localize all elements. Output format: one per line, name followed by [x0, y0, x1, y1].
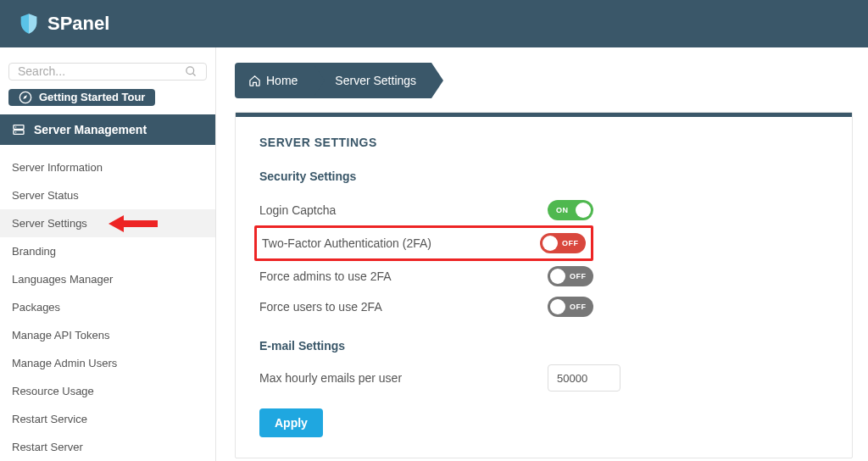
- setting-label: Force admins to use 2FA: [259, 269, 548, 283]
- nav-label: Packages: [12, 301, 60, 314]
- highlight-annotation: Two-Factor Authentication (2FA) OFF: [254, 225, 593, 261]
- sidebar-item-restart-service[interactable]: Restart Service: [0, 405, 215, 433]
- setting-login-captcha: Login Captcha ON: [259, 195, 828, 225]
- nav-label: Manage API Tokens: [12, 329, 109, 342]
- nav-label: Restart Server: [12, 441, 83, 453]
- logo: SPanel: [17, 12, 109, 36]
- toggle-force-user-2fa[interactable]: OFF: [548, 297, 593, 317]
- red-arrow-annotation-icon: [107, 214, 158, 233]
- search-icon: [185, 65, 198, 78]
- nav-label: Resource Usage: [12, 385, 94, 397]
- sidebar-item-resource-usage[interactable]: Resource Usage: [0, 377, 215, 405]
- nav-label: Server Information: [12, 161, 103, 174]
- svg-point-6: [15, 131, 16, 132]
- toggle-knob: [576, 203, 591, 218]
- section-label: Server Management: [34, 123, 147, 136]
- setting-label: Force users to use 2FA: [259, 300, 548, 314]
- nav-label: Server Status: [12, 189, 79, 202]
- breadcrumb: Home Server Settings: [235, 63, 853, 98]
- email-settings-header: E-mail Settings: [259, 339, 828, 353]
- tour-label: Getting Started Tour: [39, 91, 145, 103]
- breadcrumb-current[interactable]: Server Settings: [313, 63, 431, 98]
- svg-line-1: [192, 73, 195, 75]
- setting-max-hourly-emails: Max hourly emails per user: [259, 364, 828, 392]
- toggle-login-captcha[interactable]: ON: [548, 200, 593, 220]
- crumb-label: Home: [266, 74, 298, 87]
- toggle-state: OFF: [562, 239, 579, 247]
- sidebar-item-languages-manager[interactable]: Languages Manager: [0, 265, 215, 293]
- sidebar-item-manage-admin-users[interactable]: Manage Admin Users: [0, 349, 215, 377]
- toggle-state: OFF: [570, 303, 587, 311]
- brand-name: SPanel: [47, 13, 109, 35]
- shield-logo-icon: [17, 12, 41, 36]
- setting-force-admin-2fa: Force admins to use 2FA OFF: [259, 261, 828, 292]
- svg-point-0: [186, 67, 194, 75]
- home-icon: [248, 75, 261, 87]
- sidebar-section-header[interactable]: Server Management: [0, 114, 215, 145]
- sidebar-item-server-status[interactable]: Server Status: [0, 181, 215, 209]
- crumb-label: Server Settings: [335, 74, 416, 87]
- setting-label: Max hourly emails per user: [259, 371, 548, 385]
- nav-label: Manage Admin Users: [12, 357, 117, 369]
- main-content: Home Server Settings SERVER SETTINGS Sec…: [216, 47, 868, 461]
- nav-label: Restart Service: [12, 413, 87, 425]
- svg-rect-3: [14, 125, 24, 130]
- max-hourly-emails-input[interactable]: [548, 364, 620, 392]
- sidebar-item-manage-api-tokens[interactable]: Manage API Tokens: [0, 321, 215, 349]
- setting-force-user-2fa: Force users to use 2FA OFF: [259, 292, 828, 322]
- sidebar-item-server-information[interactable]: Server Information: [0, 153, 215, 181]
- topbar: SPanel: [0, 0, 868, 47]
- settings-panel: SERVER SETTINGS Security Settings Login …: [235, 112, 853, 458]
- panel-title: SERVER SETTINGS: [259, 136, 828, 149]
- toggle-state: OFF: [570, 272, 587, 280]
- svg-point-5: [15, 126, 16, 127]
- setting-label: Two-Factor Authentication (2FA): [262, 236, 540, 250]
- search-input[interactable]: [9, 64, 185, 78]
- toggle-knob: [550, 269, 565, 284]
- security-settings-header: Security Settings: [259, 169, 828, 183]
- nav-label: Branding: [12, 245, 56, 258]
- setting-label: Login Captcha: [259, 203, 548, 217]
- nav-label: Server Settings: [12, 217, 87, 230]
- breadcrumb-home[interactable]: Home: [235, 63, 313, 98]
- sidebar-item-server-settings[interactable]: Server Settings: [0, 209, 215, 237]
- svg-rect-4: [14, 131, 24, 135]
- compass-icon: [19, 91, 32, 104]
- sidebar-item-restart-server[interactable]: Restart Server: [0, 433, 215, 461]
- nav-label: Languages Manager: [12, 273, 113, 286]
- toggle-two-factor-auth[interactable]: OFF: [540, 233, 586, 253]
- search-box[interactable]: [8, 63, 207, 81]
- toggle-knob: [542, 236, 558, 251]
- apply-button[interactable]: Apply: [259, 408, 323, 437]
- toggle-state: ON: [556, 206, 569, 214]
- setting-two-factor-auth: Two-Factor Authentication (2FA) OFF: [262, 228, 586, 258]
- server-icon: [12, 123, 25, 136]
- getting-started-tour-button[interactable]: Getting Started Tour: [8, 89, 155, 106]
- sidebar: Getting Started Tour Server Management S…: [0, 47, 216, 461]
- nav-list: Server Information Server Status Server …: [0, 153, 215, 461]
- toggle-force-admin-2fa[interactable]: OFF: [548, 266, 593, 286]
- toggle-knob: [550, 299, 565, 314]
- sidebar-item-packages[interactable]: Packages: [0, 293, 215, 321]
- sidebar-item-branding[interactable]: Branding: [0, 237, 215, 265]
